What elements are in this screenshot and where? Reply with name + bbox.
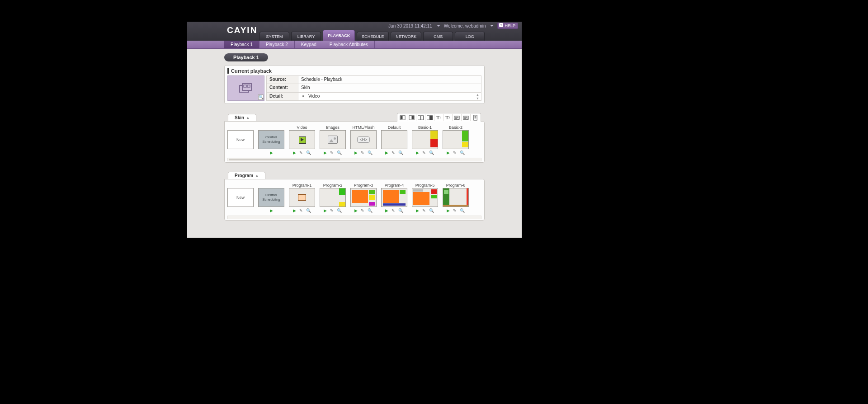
new-skin-button[interactable]: New	[227, 130, 254, 149]
subnav-playback-attributes[interactable]: Playback Attributes	[323, 41, 375, 48]
edit-icon[interactable]: ✎	[422, 208, 426, 214]
zoom-icon[interactable]: 🔍	[306, 208, 311, 214]
brand-logo: CAYIN	[227, 25, 257, 35]
zoom-icon[interactable]: 🔍	[337, 208, 342, 214]
skin-item-default: Default ▶✎🔍	[381, 125, 407, 156]
edit-icon[interactable]: ✎	[299, 208, 303, 214]
magnify-icon[interactable]: 🔍	[258, 94, 264, 100]
play-icon[interactable]: ▶	[270, 208, 273, 214]
skin-thumb-html[interactable]: <H>	[350, 130, 377, 149]
zoom-icon[interactable]: 🔍	[368, 150, 373, 156]
play-icon[interactable]: ▶	[416, 208, 419, 214]
svg-rect-7	[412, 116, 414, 119]
tool-ticker-2[interactable]: 2	[462, 114, 471, 121]
play-icon[interactable]: ▶	[270, 150, 273, 156]
chevron-up-icon: ▲	[255, 174, 259, 178]
chevron-down-icon[interactable]	[490, 25, 494, 27]
subnav-playback-1[interactable]: Playback 1	[224, 41, 259, 48]
nav-log[interactable]: LOG	[455, 32, 485, 41]
program-thumb-3[interactable]	[350, 188, 377, 207]
program-thumb-5[interactable]	[412, 188, 438, 207]
chevron-down-icon[interactable]	[437, 25, 440, 27]
subnav-playback-2[interactable]: Playback 2	[259, 41, 295, 48]
play-icon[interactable]: ▶	[385, 208, 388, 214]
subnav-keypad[interactable]: Keypad	[295, 41, 323, 48]
nav-schedule[interactable]: SCHEDULE	[357, 32, 389, 41]
tool-ticker-1[interactable]: 1	[453, 114, 462, 121]
nav-playback[interactable]: PLAYBACK	[323, 30, 355, 41]
skin-tab-label: Skin	[235, 115, 244, 120]
program-horizontal-scrollbar[interactable]	[227, 216, 481, 219]
edit-icon[interactable]: ✎	[422, 150, 426, 156]
zoom-icon[interactable]: 🔍	[429, 208, 434, 214]
program-tab[interactable]: Program ▲	[228, 172, 265, 179]
nav-network[interactable]: NETWORK	[391, 32, 421, 41]
tool-layout-a[interactable]	[398, 114, 407, 121]
program-thumb-1[interactable]	[289, 188, 315, 207]
play-icon[interactable]: ▶	[324, 150, 327, 156]
edit-icon[interactable]: ✎	[453, 150, 457, 156]
tool-layout-c[interactable]	[416, 114, 425, 121]
play-icon[interactable]: ▶	[416, 150, 419, 156]
play-icon[interactable]: ▶	[293, 208, 296, 214]
edit-icon[interactable]: ✎	[392, 150, 395, 156]
skin-tab[interactable]: Skin ▲	[228, 114, 256, 121]
zoom-icon[interactable]: 🔍	[398, 208, 403, 214]
svg-rect-22	[473, 115, 476, 120]
app-window: CAYIN Jan 30 2019 11:42:11 Welcome, weba…	[187, 22, 522, 238]
zoom-icon[interactable]: 🔍	[306, 150, 311, 156]
new-program-button[interactable]: New	[227, 188, 254, 207]
program-item-3: Program-3 ▶✎🔍	[350, 183, 377, 214]
source-label: Source:	[267, 76, 298, 84]
tool-text-2[interactable]: T2	[443, 114, 453, 121]
play-icon[interactable]: ▶	[354, 150, 358, 156]
svg-rect-11	[430, 115, 433, 119]
zoom-icon[interactable]: 🔍	[337, 150, 342, 156]
program-label: Program-6	[443, 183, 469, 188]
skin-thumb-video[interactable]	[289, 130, 315, 149]
help-button[interactable]: HELP	[497, 23, 518, 29]
play-icon[interactable]: ▶	[447, 150, 450, 156]
detail-scrollbar[interactable]: ▲▼	[476, 93, 481, 100]
skin-label: Basic-2	[443, 125, 469, 130]
program-thumb-6[interactable]	[443, 188, 469, 207]
detail-cell: Video ▲▼	[298, 92, 481, 100]
tool-layout-b[interactable]	[407, 114, 416, 121]
skin-toolbar: T1 T2 1 2	[397, 113, 481, 122]
clock-text: Jan 30 2019 11:42:11	[388, 23, 432, 28]
play-icon[interactable]: ▶	[293, 150, 296, 156]
play-icon[interactable]: ▶	[354, 208, 358, 214]
program-thumb-2[interactable]	[320, 188, 346, 207]
play-icon[interactable]: ▶	[385, 150, 388, 156]
program-thumb-4[interactable]	[381, 188, 407, 207]
edit-icon[interactable]: ✎	[361, 208, 364, 214]
zoom-icon[interactable]: 🔍	[398, 150, 403, 156]
zoom-icon[interactable]: 🔍	[460, 150, 465, 156]
nav-cms[interactable]: CMS	[423, 32, 453, 41]
edit-icon[interactable]: ✎	[330, 150, 334, 156]
edit-icon[interactable]: ✎	[299, 150, 303, 156]
edit-icon[interactable]: ✎	[453, 208, 457, 214]
tool-layout-d[interactable]	[425, 114, 434, 121]
tool-text-1[interactable]: T1	[434, 114, 443, 121]
tool-page[interactable]	[471, 114, 480, 121]
detail-item: Video	[308, 94, 478, 99]
edit-icon[interactable]: ✎	[392, 208, 395, 214]
central-scheduling-button[interactable]: Central Scheduling	[258, 188, 284, 207]
program-thumbnails: New Central Scheduling ▶ Program-1	[227, 183, 481, 214]
zoom-icon[interactable]: 🔍	[460, 208, 465, 214]
zoom-icon[interactable]: 🔍	[429, 150, 434, 156]
skin-thumb-basic2[interactable]	[443, 130, 469, 149]
zoom-icon[interactable]: 🔍	[368, 208, 373, 214]
skin-horizontal-scrollbar[interactable]	[227, 158, 481, 161]
skin-thumb-default[interactable]	[381, 130, 407, 149]
play-icon[interactable]: ▶	[447, 208, 450, 214]
nav-library[interactable]: LIBRARY	[291, 32, 321, 41]
central-scheduling-button[interactable]: Central Scheduling	[258, 130, 284, 149]
edit-icon[interactable]: ✎	[361, 150, 364, 156]
edit-icon[interactable]: ✎	[330, 208, 334, 214]
play-icon[interactable]: ▶	[324, 208, 327, 214]
skin-thumb-basic1[interactable]	[412, 130, 438, 149]
skin-thumb-images[interactable]	[320, 130, 346, 149]
nav-system[interactable]: SYSTEM	[259, 32, 289, 41]
